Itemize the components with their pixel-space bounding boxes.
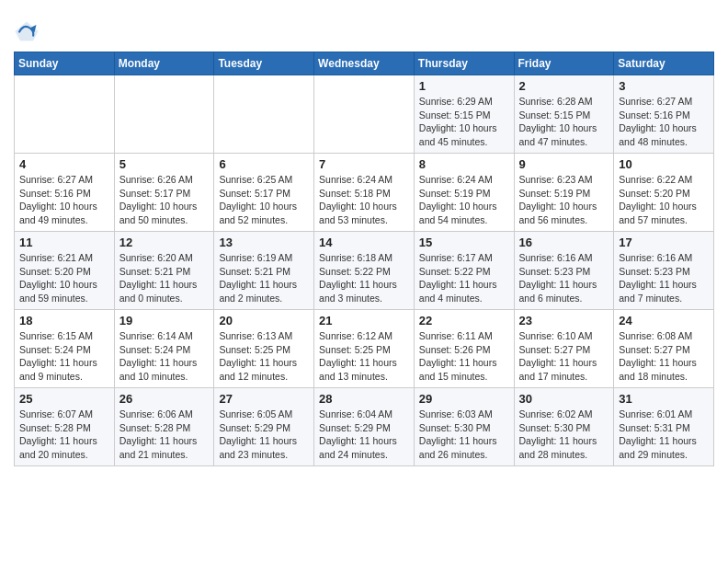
day-info: Sunrise: 6:26 AMSunset: 5:17 PMDaylight:… (119, 173, 210, 227)
calendar-cell: 22Sunrise: 6:11 AMSunset: 5:26 PMDayligh… (414, 310, 514, 388)
day-info: Sunrise: 6:02 AMSunset: 5:30 PMDaylight:… (519, 408, 609, 462)
day-number: 10 (619, 157, 709, 171)
day-number: 27 (219, 392, 309, 406)
calendar-cell (15, 75, 115, 154)
day-info: Sunrise: 6:15 AMSunset: 5:24 PMDaylight:… (19, 329, 109, 384)
day-number: 12 (119, 236, 210, 249)
page-header (14, 9, 714, 44)
day-info: Sunrise: 6:25 AMSunset: 5:17 PMDaylight:… (219, 173, 309, 227)
day-info: Sunrise: 6:08 AMSunset: 5:27 PMDaylight:… (619, 329, 709, 384)
day-info: Sunrise: 6:27 AMSunset: 5:16 PMDaylight:… (19, 173, 109, 227)
day-number: 11 (19, 236, 109, 249)
day-number: 17 (619, 236, 709, 249)
calendar-day-header: Monday (114, 52, 214, 75)
day-info: Sunrise: 6:04 AMSunset: 5:29 PMDaylight:… (319, 408, 409, 462)
calendar-week-row: 11Sunrise: 6:21 AMSunset: 5:20 PMDayligh… (15, 232, 714, 310)
calendar-cell: 12Sunrise: 6:20 AMSunset: 5:21 PMDayligh… (114, 232, 214, 310)
calendar-day-header: Tuesday (214, 52, 314, 75)
day-info: Sunrise: 6:12 AMSunset: 5:25 PMDaylight:… (319, 329, 409, 384)
calendar-header: SundayMondayTuesdayWednesdayThursdayFrid… (15, 52, 714, 75)
calendar-cell: 11Sunrise: 6:21 AMSunset: 5:20 PMDayligh… (15, 232, 115, 310)
day-number: 21 (319, 314, 409, 327)
calendar-cell: 18Sunrise: 6:15 AMSunset: 5:24 PMDayligh… (15, 310, 115, 388)
day-number: 31 (619, 392, 709, 406)
day-info: Sunrise: 6:20 AMSunset: 5:21 PMDaylight:… (119, 251, 210, 305)
calendar-cell: 25Sunrise: 6:07 AMSunset: 5:28 PMDayligh… (15, 388, 115, 466)
calendar-cell: 17Sunrise: 6:16 AMSunset: 5:23 PMDayligh… (614, 232, 714, 310)
calendar-cell: 14Sunrise: 6:18 AMSunset: 5:22 PMDayligh… (314, 232, 415, 310)
day-info: Sunrise: 6:01 AMSunset: 5:31 PMDaylight:… (619, 408, 709, 462)
calendar-day-header: Friday (514, 52, 614, 75)
day-info: Sunrise: 6:11 AMSunset: 5:26 PMDaylight:… (419, 329, 509, 384)
calendar-cell: 31Sunrise: 6:01 AMSunset: 5:31 PMDayligh… (614, 388, 714, 466)
calendar-cell (314, 75, 415, 154)
calendar-day-header: Thursday (414, 52, 514, 75)
day-number: 9 (519, 157, 609, 171)
calendar-cell: 8Sunrise: 6:24 AMSunset: 5:19 PMDaylight… (414, 154, 514, 232)
calendar-header-row: SundayMondayTuesdayWednesdayThursdayFrid… (15, 52, 714, 75)
day-number: 14 (319, 236, 409, 249)
day-info: Sunrise: 6:27 AMSunset: 5:16 PMDaylight:… (619, 95, 709, 149)
calendar-cell: 15Sunrise: 6:17 AMSunset: 5:22 PMDayligh… (414, 232, 514, 310)
day-info: Sunrise: 6:05 AMSunset: 5:29 PMDaylight:… (219, 408, 309, 462)
calendar-cell: 20Sunrise: 6:13 AMSunset: 5:25 PMDayligh… (214, 310, 314, 388)
calendar-week-row: 18Sunrise: 6:15 AMSunset: 5:24 PMDayligh… (15, 310, 714, 388)
day-number: 15 (419, 236, 509, 249)
day-number: 6 (219, 157, 309, 171)
calendar-cell: 1Sunrise: 6:29 AMSunset: 5:15 PMDaylight… (414, 75, 514, 154)
day-info: Sunrise: 6:24 AMSunset: 5:18 PMDaylight:… (319, 173, 409, 227)
day-info: Sunrise: 6:17 AMSunset: 5:22 PMDaylight:… (419, 251, 509, 305)
day-number: 2 (519, 79, 609, 93)
day-info: Sunrise: 6:16 AMSunset: 5:23 PMDaylight:… (519, 251, 609, 305)
day-info: Sunrise: 6:29 AMSunset: 5:15 PMDaylight:… (419, 95, 509, 149)
day-number: 26 (119, 392, 210, 406)
day-number: 29 (419, 392, 509, 406)
day-number: 30 (519, 392, 609, 406)
day-info: Sunrise: 6:10 AMSunset: 5:27 PMDaylight:… (519, 329, 609, 384)
day-number: 8 (419, 157, 509, 171)
calendar-cell: 16Sunrise: 6:16 AMSunset: 5:23 PMDayligh… (514, 232, 614, 310)
calendar-cell: 4Sunrise: 6:27 AMSunset: 5:16 PMDaylight… (15, 154, 115, 232)
calendar-cell: 2Sunrise: 6:28 AMSunset: 5:15 PMDaylight… (514, 75, 614, 154)
calendar-cell: 13Sunrise: 6:19 AMSunset: 5:21 PMDayligh… (214, 232, 314, 310)
day-info: Sunrise: 6:07 AMSunset: 5:28 PMDaylight:… (19, 408, 109, 462)
calendar-cell: 3Sunrise: 6:27 AMSunset: 5:16 PMDaylight… (614, 75, 714, 154)
calendar-cell: 27Sunrise: 6:05 AMSunset: 5:29 PMDayligh… (214, 388, 314, 466)
calendar-cell: 5Sunrise: 6:26 AMSunset: 5:17 PMDaylight… (114, 154, 214, 232)
day-number: 18 (19, 314, 109, 327)
logo-icon (14, 18, 40, 44)
day-number: 19 (119, 314, 210, 327)
calendar-cell: 7Sunrise: 6:24 AMSunset: 5:18 PMDaylight… (314, 154, 415, 232)
day-number: 28 (319, 392, 409, 406)
day-number: 22 (419, 314, 509, 327)
calendar-cell (214, 75, 314, 154)
day-number: 1 (419, 79, 509, 93)
calendar-week-row: 4Sunrise: 6:27 AMSunset: 5:16 PMDaylight… (15, 154, 714, 232)
day-number: 23 (519, 314, 609, 327)
logo (14, 18, 43, 44)
day-info: Sunrise: 6:24 AMSunset: 5:19 PMDaylight:… (419, 173, 509, 227)
calendar-body: 1Sunrise: 6:29 AMSunset: 5:15 PMDaylight… (15, 75, 714, 466)
day-info: Sunrise: 6:28 AMSunset: 5:15 PMDaylight:… (519, 95, 609, 149)
day-number: 20 (219, 314, 309, 327)
day-info: Sunrise: 6:23 AMSunset: 5:19 PMDaylight:… (519, 173, 609, 227)
day-number: 24 (619, 314, 709, 327)
calendar-week-row: 25Sunrise: 6:07 AMSunset: 5:28 PMDayligh… (15, 388, 714, 466)
day-number: 5 (119, 157, 210, 171)
calendar-cell: 26Sunrise: 6:06 AMSunset: 5:28 PMDayligh… (114, 388, 214, 466)
calendar-cell: 19Sunrise: 6:14 AMSunset: 5:24 PMDayligh… (114, 310, 214, 388)
day-info: Sunrise: 6:18 AMSunset: 5:22 PMDaylight:… (319, 251, 409, 305)
calendar-week-row: 1Sunrise: 6:29 AMSunset: 5:15 PMDaylight… (15, 75, 714, 154)
day-number: 25 (19, 392, 109, 406)
day-info: Sunrise: 6:22 AMSunset: 5:20 PMDaylight:… (619, 173, 709, 227)
calendar-cell: 24Sunrise: 6:08 AMSunset: 5:27 PMDayligh… (614, 310, 714, 388)
calendar-cell: 30Sunrise: 6:02 AMSunset: 5:30 PMDayligh… (514, 388, 614, 466)
calendar-day-header: Saturday (614, 52, 714, 75)
calendar-cell: 21Sunrise: 6:12 AMSunset: 5:25 PMDayligh… (314, 310, 415, 388)
calendar-cell (114, 75, 214, 154)
day-info: Sunrise: 6:06 AMSunset: 5:28 PMDaylight:… (119, 408, 210, 462)
calendar-cell: 10Sunrise: 6:22 AMSunset: 5:20 PMDayligh… (614, 154, 714, 232)
day-info: Sunrise: 6:14 AMSunset: 5:24 PMDaylight:… (119, 329, 210, 384)
calendar-day-header: Sunday (15, 52, 115, 75)
day-info: Sunrise: 6:03 AMSunset: 5:30 PMDaylight:… (419, 408, 509, 462)
